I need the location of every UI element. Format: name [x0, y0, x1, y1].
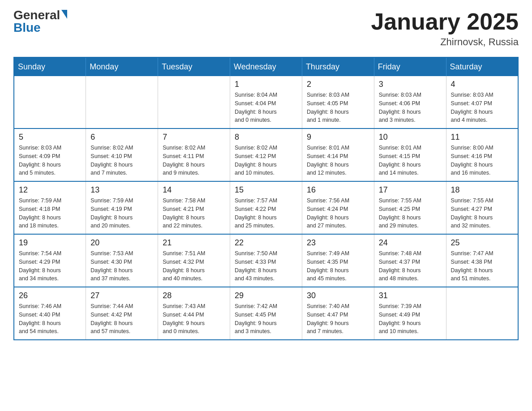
day-info: Sunrise: 8:01 AMSunset: 4:14 PMDaylight:… — [307, 144, 369, 177]
day-info: Sunrise: 7:50 AMSunset: 4:33 PMDaylight:… — [235, 249, 297, 283]
calendar-cell: 7Sunrise: 8:02 AMSunset: 4:11 PMDaylight… — [158, 128, 230, 181]
calendar-cell: 29Sunrise: 7:42 AMSunset: 4:45 PMDayligh… — [230, 287, 302, 340]
calendar-cell — [158, 76, 230, 128]
day-number: 31 — [379, 291, 442, 300]
calendar-cell: 9Sunrise: 8:01 AMSunset: 4:14 PMDaylight… — [302, 128, 374, 181]
day-number: 12 — [19, 185, 81, 195]
calendar-header-row: SundayMondayTuesdayWednesdayThursdayFrid… — [14, 57, 518, 76]
day-info: Sunrise: 7:54 AMSunset: 4:29 PMDaylight:… — [19, 249, 81, 283]
day-number: 17 — [379, 185, 442, 195]
day-number: 19 — [19, 238, 81, 248]
day-info: Sunrise: 7:39 AMSunset: 4:49 PMDaylight:… — [379, 302, 442, 336]
calendar-cell: 15Sunrise: 7:57 AMSunset: 4:22 PMDayligh… — [230, 181, 302, 234]
calendar-week-2: 5Sunrise: 8:03 AMSunset: 4:09 PMDaylight… — [14, 128, 518, 181]
day-info: Sunrise: 7:57 AMSunset: 4:22 PMDaylight:… — [235, 197, 297, 230]
title-section: January 2025 Zhirnovsk, Russia — [371, 9, 519, 48]
logo: General Blue — [13, 9, 67, 34]
day-of-week-wednesday: Wednesday — [230, 57, 302, 76]
calendar-cell: 8Sunrise: 8:02 AMSunset: 4:12 PMDaylight… — [230, 128, 302, 181]
day-info: Sunrise: 7:56 AMSunset: 4:24 PMDaylight:… — [307, 197, 369, 230]
day-info: Sunrise: 7:42 AMSunset: 4:45 PMDaylight:… — [235, 302, 297, 336]
day-of-week-monday: Monday — [86, 57, 158, 76]
calendar-week-4: 19Sunrise: 7:54 AMSunset: 4:29 PMDayligh… — [14, 234, 518, 287]
calendar-cell: 16Sunrise: 7:56 AMSunset: 4:24 PMDayligh… — [302, 181, 374, 234]
day-of-week-thursday: Thursday — [302, 57, 374, 76]
day-info: Sunrise: 7:51 AMSunset: 4:32 PMDaylight:… — [163, 249, 225, 283]
day-info: Sunrise: 8:02 AMSunset: 4:12 PMDaylight:… — [235, 144, 297, 177]
day-of-week-saturday: Saturday — [446, 57, 518, 76]
day-number: 14 — [163, 185, 225, 195]
day-number: 3 — [379, 80, 442, 89]
month-title: January 2025 — [371, 9, 519, 34]
calendar-cell: 4Sunrise: 8:03 AMSunset: 4:07 PMDaylight… — [446, 76, 518, 128]
day-number: 2 — [307, 80, 369, 89]
calendar-cell: 23Sunrise: 7:49 AMSunset: 4:35 PMDayligh… — [302, 234, 374, 287]
calendar-cell — [446, 287, 518, 340]
day-info: Sunrise: 7:55 AMSunset: 4:27 PMDaylight:… — [451, 197, 513, 230]
day-number: 28 — [163, 291, 225, 300]
day-number: 18 — [451, 185, 513, 195]
calendar-cell: 18Sunrise: 7:55 AMSunset: 4:27 PMDayligh… — [446, 181, 518, 234]
calendar-cell: 28Sunrise: 7:43 AMSunset: 4:44 PMDayligh… — [158, 287, 230, 340]
day-info: Sunrise: 7:48 AMSunset: 4:37 PMDaylight:… — [379, 249, 442, 283]
logo-blue-text: Blue — [13, 21, 41, 34]
day-info: Sunrise: 7:59 AMSunset: 4:19 PMDaylight:… — [90, 197, 153, 230]
day-number: 30 — [307, 291, 369, 300]
day-number: 15 — [235, 185, 297, 195]
calendar-cell: 13Sunrise: 7:59 AMSunset: 4:19 PMDayligh… — [86, 181, 158, 234]
day-info: Sunrise: 7:59 AMSunset: 4:18 PMDaylight:… — [19, 197, 81, 230]
calendar-cell — [14, 76, 86, 128]
day-number: 21 — [163, 238, 225, 248]
calendar-week-1: 1Sunrise: 8:04 AMSunset: 4:04 PMDaylight… — [14, 76, 518, 128]
calendar-cell: 12Sunrise: 7:59 AMSunset: 4:18 PMDayligh… — [14, 181, 86, 234]
day-number: 11 — [451, 133, 513, 142]
calendar-cell: 26Sunrise: 7:46 AMSunset: 4:40 PMDayligh… — [14, 287, 86, 340]
day-number: 9 — [307, 133, 369, 142]
day-number: 10 — [379, 133, 442, 142]
day-info: Sunrise: 8:04 AMSunset: 4:04 PMDaylight:… — [235, 91, 297, 124]
day-info: Sunrise: 8:03 AMSunset: 4:07 PMDaylight:… — [451, 91, 513, 124]
day-number: 8 — [235, 133, 297, 142]
day-number: 1 — [235, 80, 297, 89]
logo-general-text: General — [13, 9, 67, 21]
calendar-cell: 25Sunrise: 7:47 AMSunset: 4:38 PMDayligh… — [446, 234, 518, 287]
calendar-cell — [86, 76, 158, 128]
day-number: 7 — [163, 133, 225, 142]
day-info: Sunrise: 7:49 AMSunset: 4:35 PMDaylight:… — [307, 249, 369, 283]
day-number: 26 — [19, 291, 81, 300]
day-info: Sunrise: 8:03 AMSunset: 4:06 PMDaylight:… — [379, 91, 442, 124]
day-info: Sunrise: 7:47 AMSunset: 4:38 PMDaylight:… — [451, 249, 513, 283]
calendar-cell: 10Sunrise: 8:01 AMSunset: 4:15 PMDayligh… — [374, 128, 446, 181]
page-header: General Blue January 2025 Zhirnovsk, Rus… — [13, 9, 519, 48]
day-number: 6 — [90, 133, 153, 142]
day-of-week-tuesday: Tuesday — [158, 57, 230, 76]
calendar-cell: 5Sunrise: 8:03 AMSunset: 4:09 PMDaylight… — [14, 128, 86, 181]
day-number: 4 — [451, 80, 513, 89]
location-text: Zhirnovsk, Russia — [371, 36, 519, 48]
day-info: Sunrise: 8:03 AMSunset: 4:09 PMDaylight:… — [19, 144, 81, 177]
day-number: 29 — [235, 291, 297, 300]
calendar-cell: 30Sunrise: 7:40 AMSunset: 4:47 PMDayligh… — [302, 287, 374, 340]
calendar-cell: 21Sunrise: 7:51 AMSunset: 4:32 PMDayligh… — [158, 234, 230, 287]
day-of-week-sunday: Sunday — [14, 57, 86, 76]
calendar-cell: 11Sunrise: 8:00 AMSunset: 4:16 PMDayligh… — [446, 128, 518, 181]
calendar-table: SundayMondayTuesdayWednesdayThursdayFrid… — [13, 57, 519, 340]
day-info: Sunrise: 8:02 AMSunset: 4:11 PMDaylight:… — [163, 144, 225, 177]
day-info: Sunrise: 7:43 AMSunset: 4:44 PMDaylight:… — [163, 302, 225, 336]
calendar-cell: 31Sunrise: 7:39 AMSunset: 4:49 PMDayligh… — [374, 287, 446, 340]
calendar-week-3: 12Sunrise: 7:59 AMSunset: 4:18 PMDayligh… — [14, 181, 518, 234]
day-info: Sunrise: 8:03 AMSunset: 4:05 PMDaylight:… — [307, 91, 369, 124]
day-number: 23 — [307, 238, 369, 248]
calendar-week-5: 26Sunrise: 7:46 AMSunset: 4:40 PMDayligh… — [14, 287, 518, 340]
day-number: 5 — [19, 133, 81, 142]
calendar-cell: 27Sunrise: 7:44 AMSunset: 4:42 PMDayligh… — [86, 287, 158, 340]
day-info: Sunrise: 8:02 AMSunset: 4:10 PMDaylight:… — [90, 144, 153, 177]
calendar-cell: 1Sunrise: 8:04 AMSunset: 4:04 PMDaylight… — [230, 76, 302, 128]
day-info: Sunrise: 8:00 AMSunset: 4:16 PMDaylight:… — [451, 144, 513, 177]
calendar-cell: 14Sunrise: 7:58 AMSunset: 4:21 PMDayligh… — [158, 181, 230, 234]
day-info: Sunrise: 8:01 AMSunset: 4:15 PMDaylight:… — [379, 144, 442, 177]
day-info: Sunrise: 7:40 AMSunset: 4:47 PMDaylight:… — [307, 302, 369, 336]
day-number: 16 — [307, 185, 369, 195]
calendar-cell: 19Sunrise: 7:54 AMSunset: 4:29 PMDayligh… — [14, 234, 86, 287]
calendar-cell: 24Sunrise: 7:48 AMSunset: 4:37 PMDayligh… — [374, 234, 446, 287]
